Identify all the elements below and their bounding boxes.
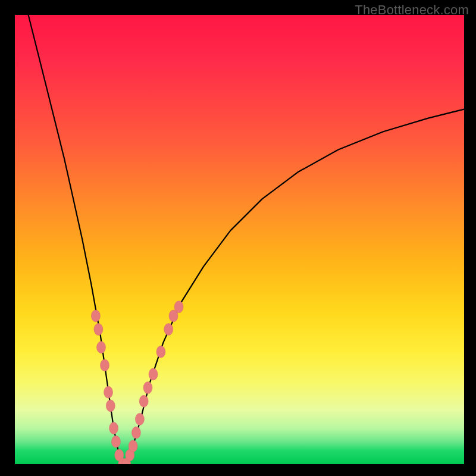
data-point <box>156 346 165 358</box>
data-point <box>164 324 173 336</box>
data-point <box>131 427 140 439</box>
data-point <box>139 395 148 407</box>
data-point <box>135 414 144 425</box>
marker-layer <box>91 301 183 464</box>
data-point <box>111 436 120 447</box>
data-point <box>143 382 152 394</box>
bottleneck-curve <box>29 15 464 464</box>
data-point <box>149 368 158 380</box>
data-point <box>174 301 183 313</box>
curve-layer <box>29 15 464 464</box>
data-point <box>106 400 115 412</box>
chart-frame: TheBottleneck.com <box>0 0 476 476</box>
data-point <box>129 440 137 452</box>
chart-plot-area <box>15 15 464 464</box>
data-point <box>94 324 103 336</box>
data-point <box>101 359 109 371</box>
chart-svg <box>15 15 464 464</box>
data-point <box>104 386 113 398</box>
watermark-text: TheBottleneck.com <box>355 2 469 18</box>
data-point <box>109 422 118 434</box>
data-point <box>97 342 106 353</box>
data-point <box>91 310 100 322</box>
